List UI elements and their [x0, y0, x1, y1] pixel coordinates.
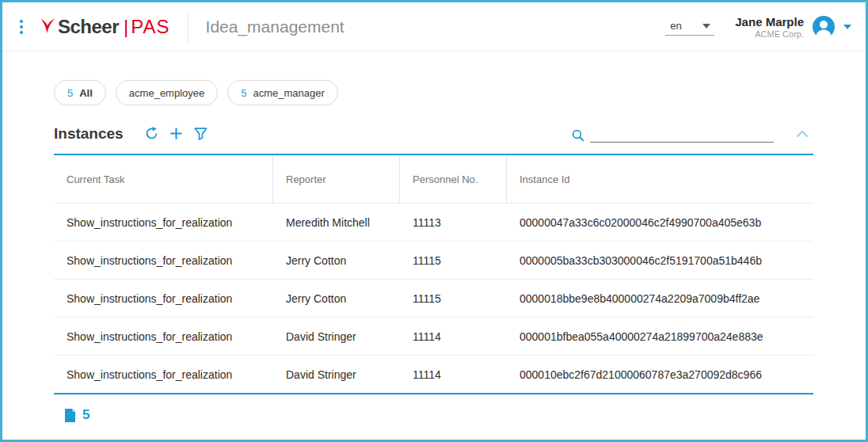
cell-instance-id: 000001bfbea055a40000274a21899700a24e883e [507, 318, 813, 355]
refresh-button[interactable] [139, 124, 164, 143]
document-icon [64, 408, 76, 423]
cell-reporter: David Stringer [273, 318, 400, 355]
table-body: Show_instructions_for_realization Meredi… [54, 203, 813, 393]
collapse-panel-button[interactable] [791, 128, 813, 140]
chevron-down-icon [843, 25, 851, 29]
column-header-personnel-no[interactable]: Personnel No. [400, 155, 507, 203]
cell-reporter: Jerry Cotton [273, 280, 400, 317]
cell-reporter: David Stringer [273, 356, 400, 393]
top-bar: Scheer | PAS Idea_management en Jane Mar… [2, 2, 866, 51]
scheer-flame-icon [40, 17, 56, 36]
app-window: Scheer | PAS Idea_management en Jane Mar… [0, 0, 868, 442]
cell-instance-id: 0000018bbe9e8b400000274a2209a7009b4ff2ae [507, 280, 813, 317]
add-instance-button[interactable] [164, 124, 188, 143]
role-filter-chips: 5 All acme_employee 5 acme_manager [2, 51, 866, 105]
cell-instance-id: 00000047a33c6c02000046c2f4990700a405e63b [507, 204, 813, 241]
cell-personnel-no: 11115 [400, 280, 507, 317]
chip-count: 5 [67, 87, 73, 99]
top-bar-right: en Jane Marple ACME Corp. [665, 15, 851, 39]
cell-current-task: Show_instructions_for_realization [54, 318, 273, 355]
cell-instance-id: 0000005ba33cb303000046c2f5191700a51b446b [507, 242, 813, 279]
section-title: Instances [54, 125, 124, 143]
refresh-icon [144, 126, 159, 141]
user-name: Jane Marple [735, 15, 804, 29]
kebab-menu-icon[interactable] [13, 15, 29, 39]
search-icon[interactable] [571, 128, 585, 143]
instances-table: Current Task Reporter Personnel No. Inst… [54, 154, 813, 394]
chevron-up-icon [796, 129, 809, 139]
chevron-down-icon [702, 24, 710, 29]
cell-reporter: Jerry Cotton [273, 242, 400, 279]
user-info: Jane Marple ACME Corp. [735, 15, 804, 39]
column-header-instance-id[interactable]: Instance Id [507, 155, 813, 203]
plus-icon [169, 126, 184, 141]
table-row[interactable]: Show_instructions_for_realization Jerry … [54, 241, 813, 279]
table-row[interactable]: Show_instructions_for_realization David … [54, 355, 813, 393]
cell-reporter: Meredith Mitchell [273, 204, 400, 241]
table-header-row: Current Task Reporter Personnel No. Inst… [54, 155, 813, 203]
cell-personnel-no: 11114 [400, 356, 507, 393]
chip-label: All [79, 87, 93, 99]
language-value: en [670, 20, 681, 32]
table-row[interactable]: Show_instructions_for_realization Meredi… [54, 203, 813, 241]
instance-count: 5 [82, 407, 89, 423]
chip-acme-manager[interactable]: 5 acme_manager [227, 80, 338, 105]
cell-current-task: Show_instructions_for_realization [54, 280, 273, 317]
cell-personnel-no: 11114 [400, 318, 507, 355]
avatar-icon [812, 15, 836, 39]
chip-label: acme_employee [129, 87, 204, 99]
scheer-pas-logo: Scheer | PAS [40, 16, 170, 38]
logo-separator: | [124, 16, 128, 38]
table-row[interactable]: Show_instructions_for_realization Jerry … [54, 279, 813, 317]
instance-count-bar: 5 [64, 407, 866, 423]
cell-personnel-no: 11113 [400, 204, 507, 241]
chip-label: acme_manager [253, 87, 324, 99]
column-header-current-task[interactable]: Current Task [54, 155, 273, 203]
chip-acme-employee[interactable]: acme_employee [116, 80, 218, 105]
cell-current-task: Show_instructions_for_realization [54, 204, 273, 241]
logo-scheer-text: Scheer [58, 16, 119, 38]
user-menu[interactable]: Jane Marple ACME Corp. [735, 15, 851, 39]
chip-all[interactable]: 5 All [54, 80, 106, 105]
column-header-reporter[interactable]: Reporter [273, 155, 400, 203]
cell-current-task: Show_instructions_for_realization [54, 242, 273, 279]
cell-personnel-no: 11115 [400, 242, 507, 279]
search-input[interactable] [590, 125, 774, 143]
instances-toolbar: Instances [54, 124, 813, 143]
filter-icon [193, 126, 208, 141]
chip-count: 5 [241, 87, 246, 99]
table-row[interactable]: Show_instructions_for_realization David … [54, 317, 813, 355]
logo-pas-text: PAS [131, 16, 169, 38]
search-area [571, 125, 774, 143]
page-title: Idea_management [188, 11, 345, 43]
filter-button[interactable] [188, 124, 213, 143]
cell-instance-id: 000010ebc2f67d21000060787e3a270092d8c966 [507, 356, 813, 393]
language-select[interactable]: en [665, 17, 714, 36]
cell-current-task: Show_instructions_for_realization [54, 356, 273, 393]
user-company: ACME Corp. [735, 29, 804, 39]
